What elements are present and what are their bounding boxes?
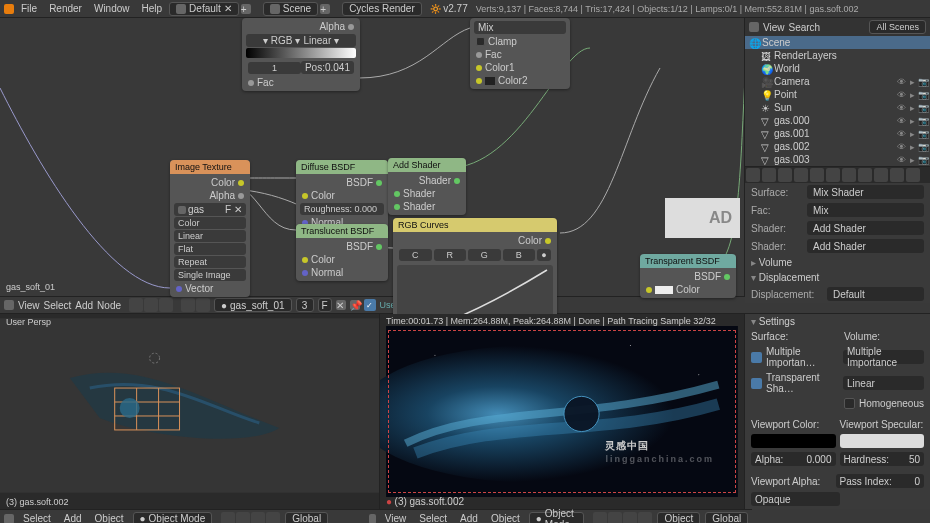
outliner-item[interactable]: 🎥Camera👁▸📷 xyxy=(745,75,930,88)
chk-multiimportance[interactable] xyxy=(751,352,762,363)
vp-select[interactable]: Select xyxy=(19,511,55,523)
viewport-color[interactable] xyxy=(751,434,836,448)
prop-dd[interactable]: Mix Shader xyxy=(807,185,924,199)
pivot-dd[interactable]: Object xyxy=(657,512,700,524)
prop-dd[interactable]: Add Shader xyxy=(807,221,924,235)
socket-alpha: Alpha xyxy=(246,20,356,33)
hardness-input[interactable]: Hardness:50 xyxy=(840,452,925,466)
blender-icon xyxy=(4,4,14,14)
outliner-icon[interactable] xyxy=(749,22,759,32)
viewport-render-toolbar: View Select Add Object ●Object Mode Obje… xyxy=(365,509,752,523)
sec-settings[interactable]: Settings xyxy=(745,314,930,329)
layout-dropdown[interactable]: Default✕ xyxy=(169,2,239,16)
ne-node[interactable]: Node xyxy=(97,300,121,311)
data-type-icons[interactable] xyxy=(181,298,210,312)
chk-transparent[interactable] xyxy=(751,378,762,389)
unlink-icon[interactable]: ✕ xyxy=(336,300,346,310)
outliner-item[interactable]: ▽gas.001👁▸📷 xyxy=(745,127,930,140)
ad-placeholder: AD xyxy=(665,198,740,238)
outliner-item[interactable]: 🖼RenderLayers xyxy=(745,49,930,62)
passindex-input[interactable]: Pass Index:0 xyxy=(836,474,925,488)
node-diffuse-bsdf[interactable]: Diffuse BSDF BSDF Color Roughness: 0.000… xyxy=(296,160,388,231)
viewport-content xyxy=(0,314,379,497)
prop-dd[interactable]: Mix xyxy=(807,203,924,217)
vp-select[interactable]: Select xyxy=(415,511,451,523)
shading-icons[interactable] xyxy=(593,512,652,524)
blender-version: 🔆 v2.77 xyxy=(430,3,468,14)
properties-tabs[interactable] xyxy=(745,167,930,183)
pin-icon[interactable]: 📌 xyxy=(350,300,360,310)
mode-dropdown[interactable]: ●Object Mode xyxy=(133,512,213,524)
menu-help[interactable]: Help xyxy=(137,1,168,16)
vp-add[interactable]: Add xyxy=(60,511,86,523)
sec-displacement[interactable]: Displacement xyxy=(745,270,930,285)
outliner-item[interactable]: ▽gas.003👁▸📷 xyxy=(745,153,930,166)
vp-object[interactable]: Object xyxy=(91,511,128,523)
viewport-3d-toolbar: Select Add Object ●Object Mode Global xyxy=(0,509,365,523)
properties-panel: Surface:Mix ShaderFac:MixShader:Add Shad… xyxy=(745,166,930,303)
viewport-specular[interactable] xyxy=(840,434,925,448)
displacement-dd[interactable]: Default xyxy=(827,287,924,301)
material-dropdown[interactable]: ●gas_soft_01 xyxy=(214,298,292,312)
node-editor[interactable]: Alpha ▾RGB▾Linear▾ 1Pos:0.041 Fac Mix Cl… xyxy=(0,18,745,296)
object-label: (3) gas.soft.002 xyxy=(6,497,69,507)
fake-user[interactable]: F xyxy=(318,298,332,312)
watermark: 灵感中国lingganchina.com xyxy=(605,431,714,464)
node-mixrgb[interactable]: Mix Clamp Fac Color1 Color2 xyxy=(470,18,570,89)
outliner-filter[interactable]: All Scenes xyxy=(869,20,926,34)
outliner-item[interactable]: 💡Point👁▸📷 xyxy=(745,88,930,101)
add-icon[interactable]: + xyxy=(320,4,330,14)
render-stats: Time:00:01.73 | Mem:264.88M, Peak:264.88… xyxy=(386,316,716,326)
alpha-input[interactable]: Alpha:0.000 xyxy=(751,452,836,466)
menu-file[interactable]: File xyxy=(16,1,42,16)
node-translucent-bsdf[interactable]: Translucent BSDF BSDF Color Normal xyxy=(296,224,388,281)
orientation-dd[interactable]: Global xyxy=(285,512,328,524)
viewport-3d[interactable]: User Persp (3) gas.soft.002 xyxy=(0,314,380,509)
prop-dd[interactable]: Add Shader xyxy=(807,239,924,253)
menu-window[interactable]: Window xyxy=(89,1,135,16)
alpha-mode-dd[interactable]: Opaque xyxy=(751,492,840,506)
editor-type-icon[interactable] xyxy=(4,300,14,310)
viewport-render[interactable]: Time:00:01.73 | Mem:264.88M, Peak:264.88… xyxy=(380,314,745,509)
use-nodes-checkbox[interactable]: ✓ xyxy=(364,299,376,311)
outliner-item[interactable]: ▽gas.000👁▸📷 xyxy=(745,114,930,127)
shading-icons[interactable] xyxy=(221,512,280,524)
ne-select[interactable]: Select xyxy=(44,300,72,311)
node-header[interactable]: Image Texture xyxy=(170,160,250,174)
outliner-item[interactable]: 🌍World xyxy=(745,62,930,75)
top-menu-bar: File Render Window Help Default✕ + Scene… xyxy=(0,0,930,18)
node-add-shader[interactable]: Add Shader Shader Shader Shader xyxy=(388,158,466,215)
add-icon[interactable]: + xyxy=(241,4,251,14)
vp-object[interactable]: Object xyxy=(487,511,524,523)
vp-add[interactable]: Add xyxy=(456,511,482,523)
sec-volume[interactable]: Volume xyxy=(745,255,930,270)
vp-view[interactable]: View xyxy=(381,511,411,523)
ne-view[interactable]: View xyxy=(18,300,40,311)
vol-interp-dd[interactable]: Linear xyxy=(843,376,924,390)
outliner-item[interactable]: ☀Sun👁▸📷 xyxy=(745,101,930,114)
scene-stats: Verts:9,137 | Faces:8,744 | Tris:17,424 … xyxy=(476,4,859,14)
node-image-texture[interactable]: Image Texture Color Alpha gasF ✕ Color L… xyxy=(170,160,250,297)
scene-dropdown[interactable]: Scene xyxy=(263,2,318,16)
shader-type-icons[interactable] xyxy=(129,298,173,312)
outliner-item[interactable]: 🌐Scene xyxy=(745,36,930,49)
node-colorramp[interactable]: Alpha ▾RGB▾Linear▾ 1Pos:0.041 Fac xyxy=(242,18,360,91)
menu-render[interactable]: Render xyxy=(44,1,87,16)
chk-homogeneous[interactable] xyxy=(844,398,855,409)
node-transparent-bsdf[interactable]: Transparent BSDF BSDF Color xyxy=(640,254,736,298)
material-label: gas_soft_01 xyxy=(6,282,55,292)
orientation-dd[interactable]: Global xyxy=(705,512,748,524)
editor-type-icon[interactable] xyxy=(369,514,375,524)
user-count[interactable]: 3 xyxy=(296,298,314,312)
outliner-search[interactable]: Search xyxy=(789,22,821,33)
vol-mi-dd[interactable]: Multiple Importance xyxy=(843,350,924,364)
object-label: ● (3) gas.soft.002 xyxy=(386,496,464,507)
outliner-view[interactable]: View xyxy=(763,22,785,33)
mode-dropdown[interactable]: ●Object Mode xyxy=(529,512,585,524)
engine-dropdown[interactable]: Cycles Render xyxy=(342,2,422,16)
svg-point-7 xyxy=(120,398,140,418)
editor-type-icon[interactable] xyxy=(4,514,14,524)
outliner-item[interactable]: ▽gas.002👁▸📷 xyxy=(745,140,930,153)
ne-add[interactable]: Add xyxy=(75,300,93,311)
persp-label: User Persp xyxy=(6,317,51,327)
